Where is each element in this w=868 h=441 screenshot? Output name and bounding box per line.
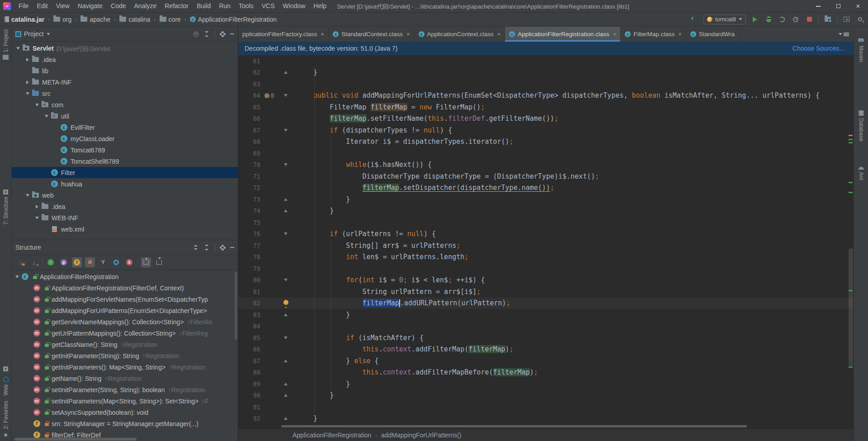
fold-column[interactable]	[281, 394, 291, 397]
structure-item[interactable]: msetAsyncSupported(boolean): void	[12, 407, 238, 418]
code-line-75[interactable]: 75	[238, 217, 854, 228]
tree-item-myClassLoader[interactable]: cmyClassLoader	[12, 133, 238, 144]
tool-stripe-maven[interactable]: m Maven	[858, 33, 864, 65]
fold-collapse-icon[interactable]	[284, 337, 288, 339]
tab-StandardWra[interactable]: cStandardWra	[686, 27, 739, 42]
structure-item[interactable]: mApplicationFilterRegistration(FilterDef…	[12, 282, 238, 294]
structure-item[interactable]: mgetName(): String↑Registration	[12, 373, 238, 384]
menu-build[interactable]: Build	[193, 0, 215, 12]
menu-navigate[interactable]: Navigate	[74, 0, 107, 12]
debug-button[interactable]	[764, 15, 773, 24]
fold-column[interactable]	[281, 279, 291, 281]
tree-item-huahua[interactable]: chuahua	[12, 178, 238, 190]
code-line-63[interactable]: 63	[238, 78, 854, 90]
close-icon[interactable]: ×	[678, 31, 682, 38]
code-line-92[interactable]: 92 }	[238, 413, 854, 425]
show-properties-button[interactable]: p	[59, 257, 69, 267]
tree-collapse-arrow-icon[interactable]	[24, 92, 31, 95]
hide-panel-icon[interactable]	[230, 247, 234, 248]
code-line-65[interactable]: 65 FilterMap filterMap = new FilterMap()…	[238, 101, 854, 113]
project-view-dropdown-icon[interactable]	[47, 33, 50, 35]
menu-refactor[interactable]: Refactor	[160, 0, 193, 12]
editor-scrollbar-thumb[interactable]	[849, 248, 853, 366]
menu-vcs[interactable]: VCS	[258, 0, 279, 12]
search-everywhere-button[interactable]	[855, 15, 864, 24]
error-stripe-mark[interactable]	[849, 142, 853, 143]
menu-run[interactable]: Run	[215, 0, 235, 12]
fold-collapse-icon[interactable]	[284, 279, 288, 281]
run-button[interactable]	[750, 15, 760, 24]
intention-bulb-icon[interactable]	[283, 300, 288, 305]
show-inherited-button[interactable]: ↑	[46, 257, 56, 267]
close-icon[interactable]: ×	[406, 31, 410, 38]
menu-file[interactable]: File	[14, 0, 33, 12]
fold-column[interactable]	[281, 129, 291, 132]
tool-stripe-database[interactable]: Database	[858, 108, 864, 144]
breadcrumb-item-ApplicationFilterRegistration[interactable]: cApplicationFilterRegistration	[189, 15, 278, 24]
fold-collapse-icon[interactable]	[284, 232, 288, 235]
collapse-all-icon[interactable]	[204, 31, 209, 37]
fold-collapse-icon[interactable]	[284, 394, 288, 397]
editor-error-stripe[interactable]	[848, 27, 854, 441]
run-configuration-selector[interactable]: tomcat8	[703, 14, 746, 24]
fold-column[interactable]	[281, 417, 291, 420]
code-line-91[interactable]: 91	[238, 401, 854, 413]
fold-column[interactable]	[281, 383, 291, 385]
fold-column[interactable]	[281, 71, 291, 74]
fold-collapse-icon[interactable]	[284, 71, 288, 74]
error-stripe-mark[interactable]	[849, 290, 853, 291]
tree-item-src[interactable]: src	[12, 88, 238, 99]
tree-item-web.xml[interactable]: web.xml	[12, 223, 238, 235]
hide-panel-icon[interactable]	[230, 33, 234, 34]
error-stripe-mark[interactable]	[849, 192, 853, 193]
structure-scrollbar-horizontal[interactable]	[14, 438, 137, 441]
tree-expand-arrow-icon[interactable]	[24, 81, 31, 84]
fold-collapse-icon[interactable]	[284, 417, 288, 420]
fold-collapse-icon[interactable]	[284, 383, 288, 385]
editor-hscroll-thumb[interactable]	[281, 425, 747, 427]
fold-collapse-icon[interactable]	[284, 129, 288, 132]
breadcrumb-item-org[interactable]: org	[52, 15, 72, 24]
structure-scrollbar-vertical[interactable]	[235, 272, 237, 340]
profiler-button[interactable]	[791, 15, 800, 24]
fold-collapse-icon[interactable]	[284, 94, 288, 97]
tree-item-Servlet[interactable]: ServletD:\java代码\Servlet	[12, 43, 238, 54]
choose-sources-link[interactable]: Choose Sources...	[793, 45, 844, 52]
tab-pplicationFilterFactory.class[interactable]: pplicationFilterFactory.class×	[238, 27, 329, 42]
breadcrumb-class[interactable]: ApplicationFilterRegistration	[292, 432, 371, 439]
code-line-62[interactable]: 62 }	[238, 67, 854, 79]
gear-icon[interactable]	[221, 32, 225, 36]
menu-analyze[interactable]: Analyze	[130, 0, 161, 12]
show-fields-button[interactable]: f	[72, 257, 82, 267]
structure-root-ApplicationFilterRegistration[interactable]: cApplicationFilterRegistration	[12, 271, 238, 282]
error-stripe-mark[interactable]	[849, 139, 853, 140]
tool-stripe-project[interactable]: 1: Project	[3, 27, 9, 62]
breadcrumb-item-catalina[interactable]: catalina	[118, 15, 151, 24]
breadcrumb-item-catalina.jar[interactable]: catalina.jar	[4, 15, 45, 24]
error-stripe-mark[interactable]	[849, 366, 853, 368]
expand-all-icon[interactable]	[193, 245, 198, 250]
code-line-67[interactable]: 67 if (dispatcherTypes != null) {	[238, 124, 854, 136]
sort-alphabetically-button[interactable]: ↓a	[29, 257, 39, 267]
structure-item[interactable]: msetInitParameter(String, String): boole…	[12, 384, 238, 395]
code-line-90[interactable]: 90 }	[238, 390, 854, 402]
tool-stripe-favorites[interactable]: 2: Favorites ★	[3, 398, 9, 441]
breadcrumb-method[interactable]: addMappingForUrlPatterns()	[381, 432, 461, 439]
collapse-arrow-icon[interactable]	[14, 275, 21, 278]
code-line-74[interactable]: 74 }	[238, 205, 854, 217]
fold-collapse-icon[interactable]	[284, 313, 288, 316]
close-icon[interactable]: ×	[613, 31, 617, 38]
tree-item-.idea[interactable]: .idea	[12, 54, 238, 65]
breadcrumb-item-core[interactable]: core	[159, 15, 182, 24]
show-non-public-button[interactable]	[85, 257, 95, 267]
tree-item-com[interactable]: com	[12, 99, 238, 110]
show-lambdas-button[interactable]: λ	[124, 257, 134, 267]
close-icon[interactable]: ×	[497, 31, 501, 38]
code-line-64[interactable]: 64@ public void addMappingForUrlPatterns…	[238, 90, 854, 102]
tree-expand-arrow-icon[interactable]	[33, 205, 41, 209]
menu-view[interactable]: View	[52, 0, 74, 12]
breadcrumb-item-apache[interactable]: apache	[80, 15, 111, 24]
tree-item-Tomcat6789[interactable]: cTomcat6789	[12, 144, 238, 156]
fold-column[interactable]	[281, 313, 291, 316]
error-stripe-mark[interactable]	[849, 182, 853, 183]
